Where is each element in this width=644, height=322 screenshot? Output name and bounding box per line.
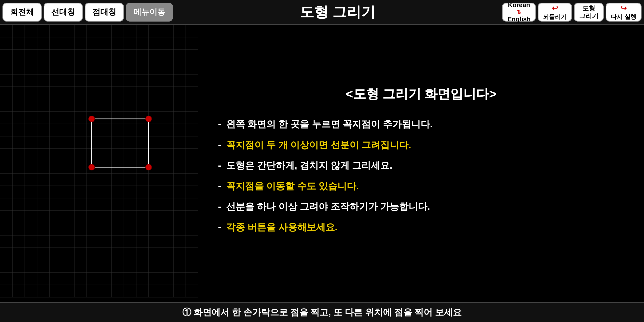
shape-svg (0, 25, 198, 302)
redo-button[interactable]: ↪ 다시 실행 (606, 3, 642, 22)
svg-point-42 (146, 116, 152, 122)
panel-title: <도형 그리기 화면입니다> (218, 86, 624, 103)
draw-shape-label: 도형그리기 (579, 4, 598, 20)
dash: - (218, 221, 221, 234)
dash: - (218, 118, 221, 131)
instruction-item: -꼭지점을 이동할 수도 있습니다. (218, 180, 624, 193)
dash: - (218, 180, 221, 193)
dash: - (218, 159, 221, 172)
lang-english-label: English (507, 15, 530, 23)
main-area: <도형 그리기 화면입니다> -왼쪽 화면의 한 곳을 누르면 꼭지점이 추가됩… (0, 25, 644, 302)
svg-rect-40 (92, 119, 148, 167)
instruction-text: 각종 버튼을 사용해보세요. (226, 221, 338, 234)
instruction-text: 왼쪽 화면의 한 곳을 누르면 꼭지점이 추가됩니다. (226, 118, 433, 131)
page-title: 도형 그리기 (300, 2, 376, 22)
instruction-item: -각종 버튼을 사용해보세요. (218, 221, 624, 234)
instruction-item: -선분을 하나 이상 그려야 조작하기가 가능합니다. (218, 200, 624, 213)
undo-icon: ↩ (552, 4, 558, 12)
bottom-instruction: ① 화면에서 한 손가락으로 점을 찍고, 또 다른 위치에 점을 찍어 보세요 (182, 306, 462, 318)
right-buttons: Korean ⇅ English ↩ 되돌리기 도형그리기 ↪ 다시 실행 (502, 3, 642, 22)
dash: - (218, 138, 221, 152)
point-sym-button[interactable]: 점대칭 (85, 3, 124, 22)
language-toggle-button[interactable]: Korean ⇅ English (502, 3, 536, 22)
svg-point-43 (146, 164, 152, 170)
svg-point-44 (89, 164, 94, 170)
instructions-list: -왼쪽 화면의 한 곳을 누르면 꼭지점이 추가됩니다.-꼭지점이 두 개 이상… (218, 118, 624, 241)
instruction-text: 꼭지점이 두 개 이상이면 선분이 그려집니다. (226, 138, 411, 152)
top-bar: 회전체 선대칭 점대칭 메뉴이동 도형 그리기 Korean ⇅ English… (0, 0, 644, 25)
menu-move-button[interactable]: 메뉴이동 (126, 3, 173, 22)
instruction-item: -도형은 간단하게, 겹치지 않게 그리세요. (218, 159, 624, 172)
svg-point-41 (89, 116, 94, 122)
rotate-button[interactable]: 회전체 (2, 3, 42, 22)
instruction-item: -꼭지점이 두 개 이상이면 선분이 그려집니다. (218, 138, 624, 152)
bottom-bar: ① 화면에서 한 손가락으로 점을 찍고, 또 다른 위치에 점을 찍어 보세요 (0, 302, 644, 322)
lang-korean-label: Korean (508, 1, 530, 9)
instruction-text: 선분을 하나 이상 그려야 조작하기가 가능합니다. (226, 200, 430, 213)
redo-label: 다시 실행 (611, 13, 636, 21)
canvas-area[interactable] (0, 25, 198, 302)
lang-arrows-icon: ⇅ (517, 9, 521, 15)
undo-label: 되돌리기 (543, 13, 567, 21)
instruction-text: 도형은 간단하게, 겹치지 않게 그리세요. (226, 159, 392, 172)
redo-icon: ↪ (620, 4, 627, 12)
title-area: 도형 그리기 (175, 2, 500, 22)
undo-button[interactable]: ↩ 되돌리기 (538, 3, 572, 22)
instruction-text: 꼭지점을 이동할 수도 있습니다. (226, 180, 359, 193)
dash: - (218, 200, 221, 213)
instruction-item: -왼쪽 화면의 한 곳을 누르면 꼭지점이 추가됩니다. (218, 118, 624, 131)
line-sym-button[interactable]: 선대칭 (44, 3, 83, 22)
draw-shape-button[interactable]: 도형그리기 (574, 3, 604, 22)
right-panel: <도형 그리기 화면입니다> -왼쪽 화면의 한 곳을 누르면 꼭지점이 추가됩… (198, 25, 644, 302)
